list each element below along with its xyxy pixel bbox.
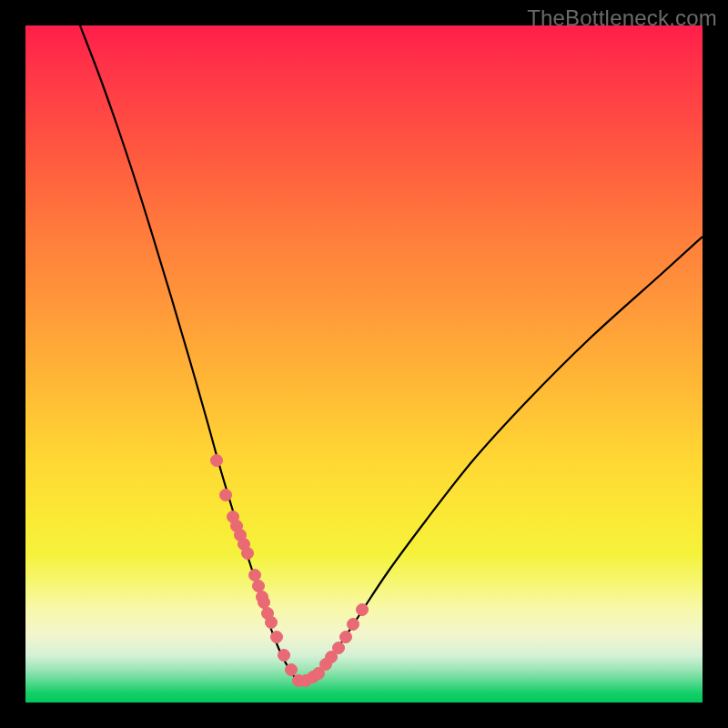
- highlight-dot: [271, 632, 283, 643]
- highlight-dot: [266, 617, 278, 629]
- highlight-dot: [357, 604, 369, 616]
- highlight-dot: [340, 632, 352, 643]
- highlight-dot: [220, 490, 232, 501]
- highlight-dot: [249, 570, 261, 581]
- highlight-dot: [333, 642, 345, 654]
- highlight-dot: [348, 619, 359, 631]
- highlight-dot: [253, 581, 265, 592]
- bottleneck-curve: [80, 25, 703, 682]
- watermark-text: TheBottleneck.com: [527, 5, 717, 31]
- highlight-dot: [242, 548, 254, 560]
- highlight-dot: [258, 597, 270, 609]
- highlight-dot: [211, 455, 223, 467]
- highlight-dots-group: [211, 455, 369, 687]
- highlight-dot: [278, 650, 290, 662]
- highlight-dot: [286, 664, 298, 676]
- chart-area: [25, 25, 703, 703]
- plot-svg: [25, 25, 703, 703]
